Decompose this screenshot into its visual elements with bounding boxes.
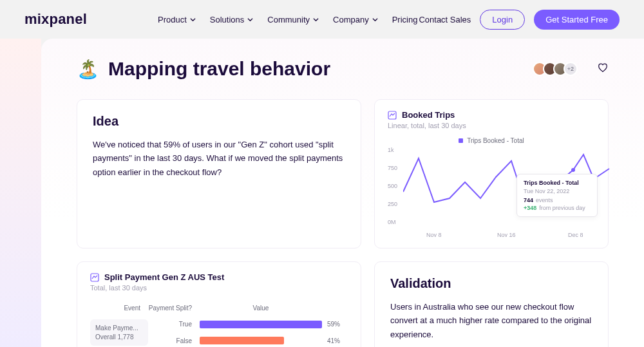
validation-body: Users in Australia who see our new check… xyxy=(390,300,592,341)
x-tick: Nov 8 xyxy=(426,232,442,238)
pct-false: 41% xyxy=(322,337,348,344)
chart-icon xyxy=(90,273,99,282)
chart-area: 1k 750 500 250 0M Nov 8 Nov 16 Dec 8 Tri… xyxy=(388,147,595,229)
legend-swatch xyxy=(459,138,463,143)
tooltip-delta: +348 xyxy=(524,205,536,211)
row-label-true: True xyxy=(148,321,200,328)
chart-legend: Trips Booked - Total xyxy=(388,137,595,144)
x-tick: Dec 8 xyxy=(568,232,583,238)
main-nav: Product Solutions Community Company Pric… xyxy=(158,15,417,24)
idea-card: Idea We've noticed that 59% of users in … xyxy=(77,99,361,249)
nav-community[interactable]: Community xyxy=(267,15,319,24)
nav-company-label: Company xyxy=(333,15,369,24)
event-cell: Make Payme... Overall 1,778 xyxy=(90,319,148,346)
tooltip-date: Tue Nov 22, 2022 xyxy=(524,188,591,194)
event-name: Make Payme... xyxy=(95,324,143,332)
col-event: Event xyxy=(90,305,148,312)
svg-point-2 xyxy=(571,168,575,172)
tooltip-delta-label: from previous day xyxy=(539,205,585,211)
pct-true: 59% xyxy=(322,321,348,328)
booked-trips-title: Booked Trips xyxy=(402,110,455,120)
chart-tooltip: Trips Booked - Total Tue Nov 22, 2022 74… xyxy=(516,174,598,217)
chevron-down-icon xyxy=(247,17,253,23)
logo[interactable]: mixpanel xyxy=(24,11,87,28)
nav-pricing-label: Pricing xyxy=(392,15,418,24)
split-payment-card[interactable]: Split Payment Gen Z AUS Test Total, last… xyxy=(77,261,361,347)
event-overall: Overall 1,778 xyxy=(95,333,143,341)
tooltip-title: Trips Booked - Total xyxy=(524,180,591,186)
booked-trips-subtitle: Linear, total, last 30 days xyxy=(388,122,595,129)
nav-pricing[interactable]: Pricing xyxy=(392,15,418,24)
favorite-icon[interactable] xyxy=(597,62,609,76)
y-tick: 250 xyxy=(388,201,397,207)
nav-solutions-label: Solutions xyxy=(210,15,244,24)
svg-rect-1 xyxy=(388,111,396,119)
chart-icon xyxy=(388,111,397,120)
board-title: Mapping travel behavior xyxy=(108,58,330,80)
nav-company[interactable]: Company xyxy=(333,15,378,24)
row-label-false: False xyxy=(148,337,200,344)
chevron-down-icon xyxy=(313,17,319,23)
validation-heading: Validation xyxy=(390,276,592,291)
tooltip-value-label: events xyxy=(536,197,553,203)
chevron-down-icon xyxy=(372,17,378,23)
bar-false xyxy=(200,337,284,344)
chevron-down-icon xyxy=(190,17,196,23)
nav-solutions[interactable]: Solutions xyxy=(210,15,253,24)
y-tick: 1k xyxy=(388,147,394,153)
validation-card: Validation Users in Australia who see ou… xyxy=(374,261,609,347)
collaborators[interactable]: +2 xyxy=(536,62,578,76)
get-started-button[interactable]: Get Started Free xyxy=(534,10,620,30)
booked-trips-card[interactable]: Booked Trips Linear, total, last 30 days… xyxy=(374,99,609,249)
nav-community-label: Community xyxy=(267,15,310,24)
board-emoji: 🏝️ xyxy=(77,59,99,80)
col-value: Value xyxy=(200,305,322,312)
board-canvas: 🏝️ Mapping travel behavior +2 Idea We've… xyxy=(41,39,644,347)
nav-product-label: Product xyxy=(158,15,187,24)
avatar-overflow[interactable]: +2 xyxy=(564,62,578,76)
idea-heading: Idea xyxy=(93,114,345,129)
x-tick: Nov 16 xyxy=(497,232,516,238)
idea-body: We've noticed that 59% of users in our "… xyxy=(93,138,345,179)
y-tick: 0M xyxy=(388,219,396,225)
svg-rect-3 xyxy=(91,274,99,281)
bar-true xyxy=(200,321,322,328)
split-payment-subtitle: Total, last 30 days xyxy=(90,284,348,292)
legend-label: Trips Booked - Total xyxy=(467,137,524,144)
y-tick: 750 xyxy=(388,165,397,171)
contact-sales-link[interactable]: Contact Sales xyxy=(419,15,471,24)
login-button[interactable]: Login xyxy=(480,10,525,30)
nav-product[interactable]: Product xyxy=(158,15,196,24)
col-payment-split: Payment Split? xyxy=(148,305,200,312)
split-payment-title: Split Payment Gen Z AUS Test xyxy=(104,272,224,282)
y-tick: 500 xyxy=(388,183,397,189)
left-gutter xyxy=(0,39,41,347)
tooltip-value: 744 xyxy=(524,197,533,203)
